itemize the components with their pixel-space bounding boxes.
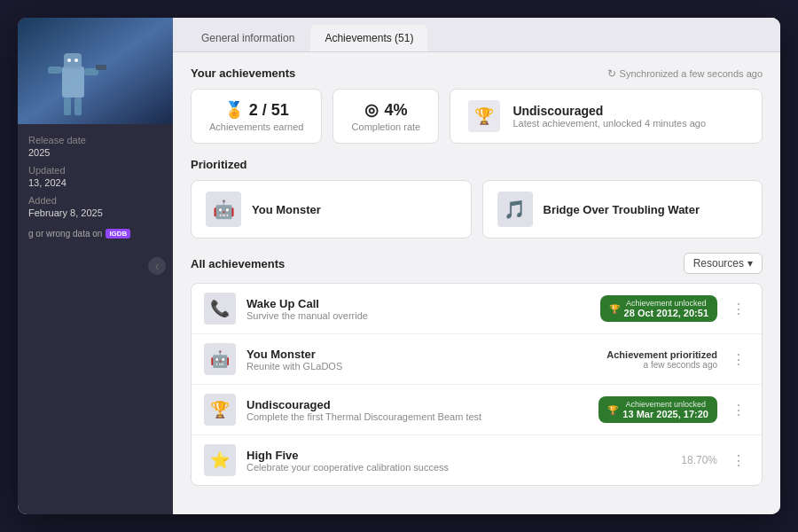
prio-time-1: a few seconds ago xyxy=(606,360,717,370)
achievement-icon-small: 🏅 xyxy=(224,100,244,120)
achievement-name-1: You Monster xyxy=(246,348,596,361)
release-label: Release date xyxy=(28,135,162,145)
prioritized-badge-1: Achievement prioritized a few seconds ag… xyxy=(606,349,717,370)
tabs-bar: General information Achievements (51) xyxy=(173,18,780,52)
added-value: February 8, 2025 xyxy=(28,207,162,218)
completion-icon: ◎ xyxy=(364,100,379,120)
all-achievements-header: All achievements Resources ▾ xyxy=(191,253,763,274)
achievements-header: Your achievements ↻ Synchronized a few s… xyxy=(191,66,763,80)
completion-stat-card: ◎ 4% Completion rate xyxy=(332,89,439,144)
added-label: Added xyxy=(28,195,162,206)
achievement-icon-2: 🏆 xyxy=(204,394,236,426)
prioritized-section: Prioritized 🤖 You Monster 🎵 Bridge Over … xyxy=(191,158,763,239)
achievement-desc-1: Reunite with GLaDOS xyxy=(246,361,596,372)
prioritized-item-0[interactable]: 🤖 You Monster xyxy=(191,180,472,239)
stats-row: 🏅 2 / 51 Achievements earned ◎ 4% Comple… xyxy=(191,89,763,144)
svg-rect-2 xyxy=(64,53,82,69)
sync-icon: ↻ xyxy=(607,67,616,80)
sidebar: Release date 2025 Updated 13, 2024 Added… xyxy=(18,18,173,514)
badge-date-2: 13 Mar 2025, 17:20 xyxy=(622,409,708,419)
content-area: Your achievements ↻ Synchronized a few s… xyxy=(173,52,780,514)
achievement-menu-0[interactable]: ⋮ xyxy=(728,299,749,319)
resources-label: Resources xyxy=(693,257,744,270)
unlocked-badge-0: 🏆 Achievement unlocked 28 Oct 2012, 20:5… xyxy=(600,295,717,322)
achievement-info-0: Wake Up Call Survive the manual override xyxy=(246,297,590,321)
svg-rect-9 xyxy=(96,65,106,70)
wrong-data-text: g or wrong data on xyxy=(28,229,102,239)
achievement-desc-0: Survive the manual override xyxy=(246,310,590,321)
latest-achievement-name: Undiscouraged xyxy=(512,104,706,118)
completion-value: 4% xyxy=(384,101,407,120)
latest-achievement-icon: 🏆 xyxy=(468,100,500,132)
all-achievements-title: All achievements xyxy=(191,257,285,270)
achievement-name-0: Wake Up Call xyxy=(246,297,590,310)
achievement-status-2: 🏆 Achievement unlocked 13 Mar 2025, 17:2… xyxy=(598,396,717,423)
completion-label: Completion rate xyxy=(352,121,421,132)
achievement-info-2: Undiscouraged Complete the first Thermal… xyxy=(246,398,588,422)
badge-date-0: 28 Oct 2012, 20:51 xyxy=(624,308,708,318)
trophy-icon-0: 🏆 xyxy=(609,304,620,314)
achievement-row-2[interactable]: 🏆 Undiscouraged Complete the first Therm… xyxy=(192,385,762,435)
sync-info: ↻ Synchronized a few seconds ago xyxy=(607,67,763,80)
badge-label-2: Achievement unlocked xyxy=(622,400,708,409)
achievement-list: 📞 Wake Up Call Survive the manual overri… xyxy=(191,283,763,486)
unlocked-badge-2: 🏆 Achievement unlocked 13 Mar 2025, 17:2… xyxy=(598,396,717,423)
achievement-icon-3: ⭐ xyxy=(204,444,236,476)
achievement-info-3: High Five Celebrate your cooperative cal… xyxy=(246,449,670,473)
prioritized-name-1: Bridge Over Troubling Water xyxy=(544,203,700,216)
badge-label-0: Achievement unlocked xyxy=(624,299,708,308)
latest-achievement-text: Undiscouraged Latest achievement, unlock… xyxy=(512,104,706,129)
sync-text: Synchronized a few seconds ago xyxy=(620,68,763,79)
game-cover-image xyxy=(18,18,173,124)
main-content: General information Achievements (51) Yo… xyxy=(173,18,780,514)
latest-achievement-sub: Latest achievement, unlocked 4 minutes a… xyxy=(512,118,706,129)
prioritized-name-0: You Monster xyxy=(252,203,321,216)
achievement-icon-1: 🤖 xyxy=(204,343,236,375)
earned-count: 2 / 51 xyxy=(249,101,289,120)
earned-stat-main: 🏅 2 / 51 xyxy=(224,100,289,120)
achievement-desc-2: Complete the first Thermal Discouragemen… xyxy=(246,411,588,422)
tab-general[interactable]: General information xyxy=(187,25,309,51)
release-value: 2025 xyxy=(28,147,162,158)
svg-point-4 xyxy=(74,59,78,62)
percentage-badge-3: 18.70% xyxy=(681,454,717,466)
sidebar-info: Release date 2025 Updated 13, 2024 Added… xyxy=(18,124,173,249)
prioritized-title: Prioritized xyxy=(191,158,763,171)
prioritized-icon-1: 🎵 xyxy=(497,192,533,227)
achievement-menu-1[interactable]: ⋮ xyxy=(728,349,749,370)
achievement-status-3: 18.70% xyxy=(681,454,717,466)
earned-label: Achievements earned xyxy=(209,121,303,132)
updated-value: 13, 2024 xyxy=(28,177,162,188)
tab-achievements[interactable]: Achievements (51) xyxy=(310,25,427,51)
svg-rect-6 xyxy=(74,98,82,115)
prioritized-grid: 🤖 You Monster 🎵 Bridge Over Troubling Wa… xyxy=(191,180,763,239)
igdb-badge: IGDB xyxy=(106,229,130,239)
resources-button[interactable]: Resources ▾ xyxy=(684,253,763,274)
achievement-row-1[interactable]: 🤖 You Monster Reunite with GLaDOS Achiev… xyxy=(192,334,762,385)
prioritized-item-1[interactable]: 🎵 Bridge Over Troubling Water xyxy=(482,180,763,239)
achievement-desc-3: Celebrate your cooperative calibration s… xyxy=(246,462,670,473)
main-window: Release date 2025 Updated 13, 2024 Added… xyxy=(18,18,780,514)
achievement-menu-2[interactable]: ⋮ xyxy=(728,400,749,420)
achievements-title: Your achievements xyxy=(191,66,295,80)
achievement-icon-0: 📞 xyxy=(204,293,236,325)
achievement-status-1: Achievement prioritized a few seconds ag… xyxy=(606,349,717,370)
sidebar-collapse-button[interactable]: ‹ xyxy=(148,257,166,275)
achievement-name-2: Undiscouraged xyxy=(246,398,588,411)
prio-label-1: Achievement prioritized xyxy=(606,349,717,360)
svg-rect-5 xyxy=(64,98,71,115)
achievement-info-1: You Monster Reunite with GLaDOS xyxy=(246,348,596,372)
prioritized-icon-0: 🤖 xyxy=(206,192,241,227)
achievement-row-3[interactable]: ⭐ High Five Celebrate your cooperative c… xyxy=(192,435,762,485)
completion-stat-main: ◎ 4% xyxy=(364,100,407,120)
achievement-status-0: 🏆 Achievement unlocked 28 Oct 2012, 20:5… xyxy=(600,295,717,322)
svg-rect-7 xyxy=(48,66,62,74)
achievement-row-0[interactable]: 📞 Wake Up Call Survive the manual overri… xyxy=(192,284,762,334)
updated-label: Updated xyxy=(28,165,162,176)
achievement-name-3: High Five xyxy=(246,449,670,462)
achievement-menu-3[interactable]: ⋮ xyxy=(728,450,749,471)
svg-point-3 xyxy=(67,59,71,62)
earned-stat-card: 🏅 2 / 51 Achievements earned xyxy=(191,89,322,144)
trophy-icon-2: 🏆 xyxy=(607,405,618,415)
igdb-link[interactable]: g or wrong data on IGDB xyxy=(28,229,130,239)
